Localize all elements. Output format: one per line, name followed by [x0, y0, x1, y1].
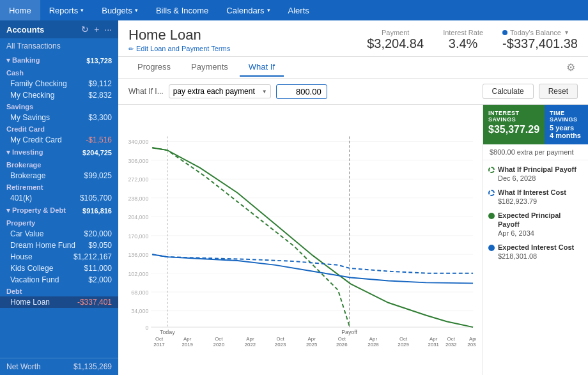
expected-principal-dot: [488, 213, 495, 219]
svg-text:68,000: 68,000: [131, 289, 148, 296]
svg-text:2029: 2029: [398, 342, 408, 348]
nav-bills[interactable]: Bills & Income: [147, 0, 217, 20]
whatif-interest-dot: [488, 190, 495, 196]
nav-home[interactable]: Home: [0, 0, 40, 20]
payment-meta: Payment $3,204.84: [367, 29, 424, 51]
svg-text:2028: 2028: [368, 342, 379, 348]
reset-button[interactable]: Reset: [539, 84, 578, 99]
chart-legend: What If Principal Payoff Dec 6, 2028 Wha…: [483, 160, 588, 272]
svg-text:Oct: Oct: [276, 336, 284, 342]
add-icon[interactable]: +: [94, 24, 99, 34]
edit-icon: ✏: [128, 45, 134, 52]
nav-budgets[interactable]: Budgets▾: [93, 0, 147, 20]
tab-whatif[interactable]: What If: [240, 58, 284, 77]
sidebar-subgroup-cash: Cash: [0, 67, 118, 78]
sidebar-group-banking[interactable]: ▾ Banking $13,728: [0, 54, 118, 67]
svg-text:2031: 2031: [428, 342, 438, 348]
interest-savings-label: INTEREST SAVINGS: [488, 110, 539, 123]
svg-text:238,000: 238,000: [128, 195, 148, 202]
svg-text:340,000: 340,000: [128, 139, 148, 145]
svg-text:136,000: 136,000: [128, 252, 148, 258]
sidebar-item-home-loan[interactable]: Home Loan -$337,401: [0, 296, 118, 308]
net-worth-label: Net Worth: [6, 362, 41, 371]
chart-container: 340,000 306,000 272,000 238,000 204,000 …: [118, 105, 588, 375]
svg-text:2034: 2034: [467, 342, 476, 348]
sidebar-item-my-checking[interactable]: My Checking $2,832: [0, 89, 118, 101]
sidebar-group-property-debt[interactable]: ▾ Property & Debt $916,816: [0, 204, 118, 217]
svg-text:2019: 2019: [182, 342, 192, 348]
time-savings-label: TIME SAVINGS: [550, 110, 583, 123]
refresh-icon[interactable]: ↻: [81, 24, 89, 34]
time-savings-box: TIME SAVINGS 5 years 4 months: [545, 105, 588, 144]
sidebar-all-transactions[interactable]: All Transactions: [0, 38, 118, 54]
svg-text:Today: Today: [160, 329, 175, 335]
sidebar-item-401k[interactable]: 401(k) $105,700: [0, 192, 118, 204]
edit-loan-link[interactable]: ✏ Edit Loan and Payment Terms: [128, 45, 230, 52]
tabs-bar: Progress Payments What If ⚙: [118, 57, 588, 79]
svg-text:2017: 2017: [153, 342, 164, 348]
svg-text:272,000: 272,000: [128, 176, 148, 183]
svg-text:Apr: Apr: [469, 336, 476, 342]
svg-text:204,000: 204,000: [128, 214, 148, 220]
balance-value: -$337,401.38: [502, 36, 578, 51]
svg-text:Apr: Apr: [308, 336, 316, 342]
expected-interest-dot: [488, 245, 495, 251]
sidebar-item-brokerage[interactable]: Brokerage $99,025: [0, 170, 118, 181]
svg-text:2025: 2025: [306, 342, 318, 348]
sidebar-subgroup-property: Property: [0, 217, 118, 228]
svg-text:Apr: Apr: [246, 336, 254, 342]
content-area: Home Loan ✏ Edit Loan and Payment Terms …: [118, 20, 588, 375]
sidebar-footer: Net Worth $1,135,269: [0, 358, 118, 375]
whatif-amount-input[interactable]: [276, 84, 327, 99]
calculate-button[interactable]: Calculate: [483, 84, 534, 99]
svg-text:306,000: 306,000: [128, 158, 148, 164]
nav-alerts[interactable]: Alerts: [279, 0, 318, 20]
svg-text:Oct: Oct: [215, 336, 223, 342]
tab-progress[interactable]: Progress: [128, 58, 180, 77]
page-meta: Payment $3,204.84 Interest Rate 3.4% Tod…: [367, 29, 578, 51]
net-worth-value: $1,135,269: [74, 362, 112, 371]
more-icon[interactable]: ···: [104, 24, 112, 34]
chart-main: 340,000 306,000 272,000 238,000 204,000 …: [118, 105, 483, 375]
sidebar-item-house[interactable]: House $1,212,167: [0, 251, 118, 263]
svg-text:Oct: Oct: [155, 336, 164, 342]
top-nav: Home Reports▾ Budgets▾ Bills & Income Ca…: [0, 0, 588, 20]
svg-text:2023: 2023: [275, 342, 286, 348]
svg-text:2026: 2026: [336, 342, 348, 348]
svg-text:170,000: 170,000: [128, 233, 148, 240]
sidebar-subgroup-credit-card: Credit Card: [0, 123, 118, 134]
svg-text:34,000: 34,000: [131, 309, 148, 315]
chart-sidebar: INTEREST SAVINGS $35,377.29 TIME SAVINGS…: [483, 105, 588, 375]
settings-button[interactable]: ⚙: [564, 60, 578, 75]
svg-text:Oct: Oct: [399, 336, 408, 342]
sidebar-subgroup-savings: Savings: [0, 101, 118, 112]
sidebar-subgroup-debt: Debt: [0, 286, 118, 296]
interest-rate-meta: Interest Rate 3.4%: [443, 29, 483, 51]
whatif-option-select[interactable]: pay extra each payment: [169, 84, 271, 98]
svg-text:Apr: Apr: [183, 336, 192, 342]
svg-text:102,000: 102,000: [128, 271, 148, 277]
sidebar-item-car-value[interactable]: Car Value $20,000: [0, 228, 118, 240]
chart-svg: 340,000 306,000 272,000 238,000 204,000 …: [125, 111, 476, 375]
balance-dot: [502, 30, 507, 35]
balance-meta: Today's Balance ▾ -$337,401.38: [502, 29, 578, 51]
svg-text:Oct: Oct: [447, 336, 456, 342]
sidebar-item-family-checking[interactable]: Family Checking $9,112: [0, 78, 118, 89]
legend-expected-interest: Expected Interest Cost $218,301.08: [488, 243, 583, 260]
extra-payment-note: $800.00 extra per payment: [483, 144, 588, 160]
sidebar-item-kids-college[interactable]: Kids College $11,000: [0, 263, 118, 274]
sidebar-item-my-savings[interactable]: My Savings $3,300: [0, 112, 118, 123]
sidebar-item-credit-card[interactable]: My Credit Card -$1,516: [0, 134, 118, 146]
interest-savings-value: $35,377.29: [488, 124, 539, 135]
svg-text:Apr: Apr: [429, 336, 438, 342]
tab-payments[interactable]: Payments: [182, 58, 237, 77]
sidebar: Accounts ↻ + ··· All Transactions ▾ Bank…: [0, 20, 118, 375]
sidebar-header: Accounts ↻ + ···: [0, 20, 118, 38]
nav-calendars[interactable]: Calendars▾: [217, 0, 279, 20]
legend-whatif-interest: What If Interest Cost $182,923.79: [488, 188, 583, 205]
sidebar-item-dream-home[interactable]: Dream Home Fund $9,050: [0, 240, 118, 251]
legend-expected-principal: Expected Principal Payoff Apr 6, 2034: [488, 211, 583, 236]
nav-reports[interactable]: Reports▾: [40, 0, 93, 20]
sidebar-group-investing[interactable]: ▾ Investing $204,725: [0, 146, 118, 159]
sidebar-item-vacation-fund[interactable]: Vacation Fund $2,000: [0, 274, 118, 286]
